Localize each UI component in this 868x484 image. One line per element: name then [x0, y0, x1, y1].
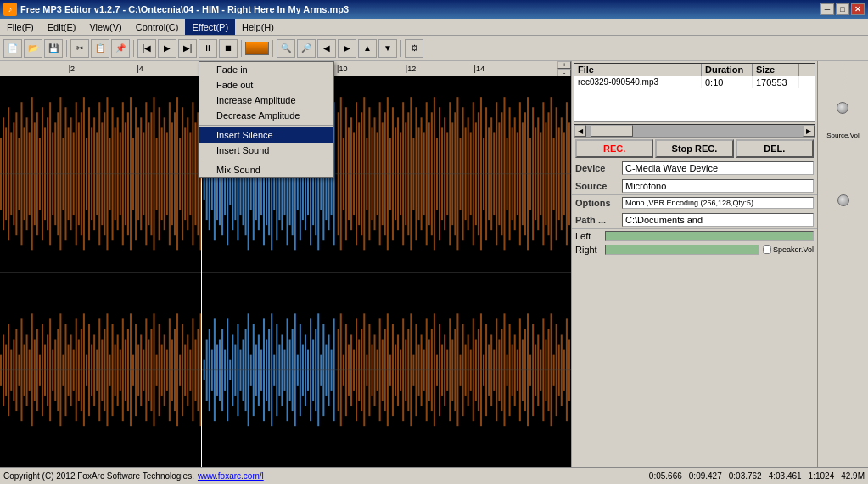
tick-2: [843, 72, 843, 77]
cell-duration: 0:10: [702, 76, 753, 88]
separator-5: [400, 40, 401, 57]
time-total: 4:03.461: [769, 471, 802, 481]
scroll-right-button[interactable]: ▶: [803, 125, 815, 137]
save-file-button[interactable]: 💾: [44, 39, 63, 58]
toolbar: 📄 📂 💾 ✂ 📋 📌 |◀ ▶ ▶| ⏸ ⏹ 🔍 🔎 ◀ ▶ ▲ ▼ ⚙: [0, 36, 868, 61]
tick-5: [843, 95, 843, 100]
waveform-area: |2 |4 |6 |8 |10 |12 |14 + -: [0, 61, 571, 467]
color-indicator: [245, 42, 269, 55]
zoom-in-ruler-button[interactable]: +: [557, 61, 571, 69]
titlebar: ♪ Free MP3 Editor v1.2.7 - C:\Ontecnia\0…: [0, 0, 868, 19]
del-button[interactable]: DEL.: [736, 139, 814, 158]
cell-file: rec0329-090540.mp3: [574, 76, 702, 88]
stk-4: [843, 211, 843, 216]
menu-file[interactable]: File(F): [0, 19, 41, 35]
menu-insert-sound[interactable]: Insert Sound: [199, 143, 333, 158]
move-left-button[interactable]: ◀: [317, 39, 336, 58]
menu-mix-sound[interactable]: Mix Sound: [199, 162, 333, 177]
play-button[interactable]: ▶: [158, 39, 176, 58]
time-end: 0:09.427: [689, 471, 722, 481]
paste-button[interactable]: 📌: [111, 39, 130, 58]
source-vol-label: Source.Vol: [826, 132, 860, 140]
menubar: File(F) Edit(E) View(V) Control(C) Effec…: [0, 19, 868, 36]
menu-decrease-amplitude[interactable]: Decrease Amplitude: [199, 108, 333, 123]
speaker-vol-slider-group: [837, 172, 849, 223]
col-file: File: [574, 64, 702, 76]
scrollbar-track[interactable]: [586, 125, 803, 137]
vol-up-button[interactable]: ▲: [358, 39, 377, 58]
tick-3: [843, 80, 843, 85]
tick-1: [843, 65, 843, 70]
menu-help[interactable]: Help(H): [235, 19, 281, 35]
stop-rec-button[interactable]: Stop REC.: [655, 139, 733, 158]
menu-edit[interactable]: Edit(E): [41, 19, 83, 35]
app-icon: ♪: [3, 3, 17, 16]
zoom-out-ruler-button[interactable]: -: [557, 69, 571, 76]
left-level-row: Left: [572, 229, 817, 243]
horizontal-scrollbar[interactable]: ◀ ▶: [574, 124, 815, 138]
waveform-bottom-svg: [0, 273, 571, 468]
window-controls: ─ □ ✕: [820, 3, 865, 15]
device-value: C-Media Wave Device: [622, 161, 814, 175]
table-row[interactable]: rec0329-090540.mp3 0:10 170553: [574, 76, 815, 88]
pause-button[interactable]: ⏸: [199, 39, 217, 58]
side-sliders: Source.Vol: [817, 61, 868, 467]
minimize-button[interactable]: ─: [820, 3, 834, 15]
tick-4: [843, 87, 843, 93]
tick-7: [843, 126, 843, 131]
menu-increase-amplitude[interactable]: Increase Amplitude: [199, 93, 333, 108]
rec-controls: REC. Stop REC. DEL.: [572, 138, 817, 160]
ruler-tick-2: |2: [69, 65, 75, 73]
effect-dropdown-menu: Fade in Fade out Increase Amplitude Decr…: [199, 61, 334, 178]
options-row: Options Mono ,VBR Encoding (256,128,Qty:…: [572, 195, 817, 211]
scroll-left-button[interactable]: ◀: [574, 125, 586, 137]
separator-3: [241, 40, 242, 57]
path-row: Path ... C:\Documents and: [572, 211, 817, 229]
open-file-button[interactable]: 📂: [24, 39, 42, 58]
device-label: Device: [575, 163, 622, 173]
menu-divider-2: [199, 160, 333, 160]
settings-button[interactable]: ⚙: [405, 39, 423, 58]
copy-button[interactable]: 📋: [91, 39, 109, 58]
ruler-tick-14: |14: [474, 65, 484, 73]
menu-control[interactable]: Control(C): [129, 19, 186, 35]
col-size: Size: [753, 64, 799, 76]
speaker-vol-checkbox[interactable]: [763, 245, 771, 254]
menu-fade-out[interactable]: Fade out: [199, 77, 333, 93]
menu-fade-in[interactable]: Fade in: [199, 62, 333, 77]
left-level-bar: [605, 231, 814, 241]
zoom-out-button[interactable]: 🔎: [297, 39, 316, 58]
maximize-button[interactable]: □: [836, 3, 849, 15]
rewind-start-button[interactable]: |◀: [137, 39, 156, 58]
separator-1: [66, 40, 67, 57]
vol-down-button[interactable]: ▼: [378, 39, 397, 58]
right-level-row: Right Speaker.Vol: [572, 243, 817, 256]
statusbar: Copyright (C) 2012 FoxArc Software Techn…: [0, 467, 868, 484]
speaker-vol-container: Speaker.Vol: [763, 245, 814, 254]
tick-6: [843, 118, 843, 123]
menu-effect[interactable]: Effect(P): [185, 19, 235, 35]
stop-button[interactable]: ⏹: [219, 39, 238, 58]
zoom-in-button[interactable]: 🔍: [277, 39, 295, 58]
play-selection-button[interactable]: ▶|: [178, 39, 197, 58]
speaker-vol-knob[interactable]: [837, 194, 849, 206]
cut-button[interactable]: ✂: [70, 39, 89, 58]
menu-insert-silence[interactable]: Insert Silence: [199, 127, 333, 143]
website-link[interactable]: www.foxarc.com/l: [198, 471, 264, 481]
source-value: Micrófono: [622, 179, 814, 193]
stk-2: [843, 180, 843, 185]
device-row: Device C-Media Wave Device: [572, 160, 817, 177]
rec-button[interactable]: REC.: [575, 139, 653, 158]
scrollbar-thumb[interactable]: [591, 125, 633, 137]
right-level-bar: [605, 245, 759, 255]
ruler-tick-4: |4: [137, 65, 143, 73]
menu-divider-1: [199, 125, 333, 126]
move-right-button[interactable]: ▶: [338, 39, 356, 58]
new-file-button[interactable]: 📄: [3, 39, 22, 58]
menu-view[interactable]: View(V): [82, 19, 128, 35]
source-vol-knob[interactable]: [837, 102, 848, 114]
close-button[interactable]: ✕: [851, 3, 865, 15]
waveform-bottom[interactable]: [0, 273, 571, 468]
left-label: Left: [575, 231, 605, 241]
cell-size: 170553: [753, 76, 799, 88]
